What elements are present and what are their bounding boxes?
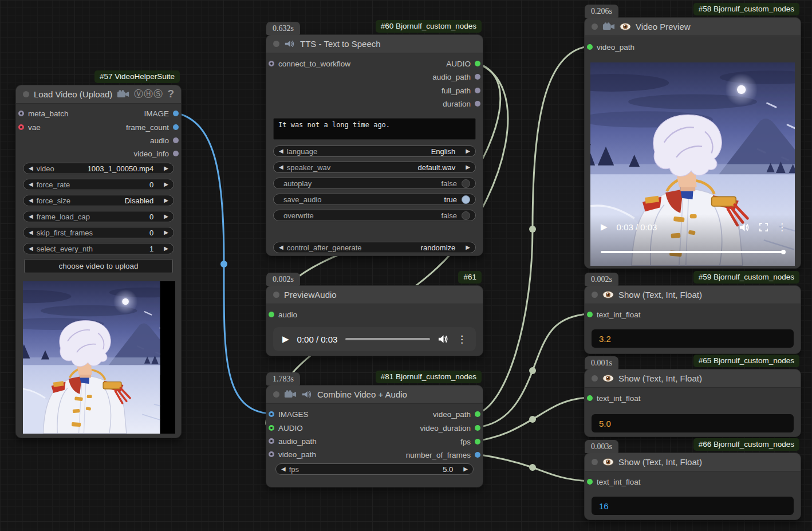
output-port-audio-path[interactable]: audio_path [432,70,480,84]
port-dot[interactable] [173,124,179,130]
fullscreen-icon[interactable] [759,223,768,231]
node-header[interactable]: Video Preview [585,18,801,36]
node-header[interactable]: Combine Video + Audio [266,386,483,404]
increment-arrow-icon[interactable]: ▶ [466,245,470,250]
increment-arrow-icon[interactable]: ▶ [164,246,168,251]
widget-force-rate[interactable]: ◀ force_rate 0 ▶ [23,179,174,190]
input-port-images[interactable]: IMAGES [269,407,309,421]
input-port-video-path[interactable]: video_path [587,40,634,54]
port-dot[interactable] [269,312,274,317]
input-port-vae[interactable]: vae [18,120,41,134]
collapse-dot[interactable] [592,23,598,30]
play-icon[interactable]: ▶ [282,335,289,344]
increment-arrow-icon[interactable]: ▶ [466,164,470,170]
node-show-fps[interactable]: 0.001s #65 Bjornulf_custom_nodes Show (T… [584,369,801,437]
output-port-duration[interactable]: duration [443,97,480,111]
increment-arrow-icon[interactable]: ▶ [466,148,470,154]
node-tts[interactable]: 0.632s #60 Bjornulf_custom_nodes TTS - T… [266,34,483,256]
node-header[interactable]: Show (Text, Int, Float) [585,286,801,304]
seek-knob[interactable] [781,250,786,254]
node-header[interactable]: Load Video (Upload) ⓋⒽⓈ ? [16,85,181,104]
node-video-preview[interactable]: 0.206s #58 Bjornulf_custom_nodes Video P… [584,17,801,269]
increment-arrow-icon[interactable]: ▶ [164,230,168,235]
decrement-arrow-icon[interactable]: ◀ [29,182,33,187]
collapse-dot[interactable] [592,459,598,465]
port-dot[interactable] [173,137,179,143]
port-dot[interactable] [18,111,24,116]
node-show-frames[interactable]: 0.003s #66 Bjornulf_custom_nodes Show (T… [584,453,801,520]
node-header[interactable]: PreviewAudio [266,286,483,304]
output-port-video-info[interactable]: video_info [133,147,179,160]
kebab-menu-icon[interactable]: ⋮ [457,335,467,344]
video-player[interactable]: ▶ 0:03 / 0:03 ⋮ [590,62,795,266]
port-dot[interactable] [18,124,24,130]
input-port-text-int-float[interactable]: text_int_float [587,391,641,405]
increment-arrow-icon[interactable]: ▶ [463,466,468,472]
widget-fps[interactable]: ◀ fps 5.0 ▶ [275,463,474,475]
output-port-fps[interactable]: fps [460,435,480,449]
port-dot[interactable] [475,88,480,93]
output-port-number-of-frames[interactable]: number_of_frames [406,448,480,462]
kebab-menu-icon[interactable]: ⋮ [777,222,787,232]
widget-control-after-generate[interactable]: ◀ control_after_generate randomize ▶ [273,242,476,253]
port-dot[interactable] [475,425,480,431]
input-port-audio-path[interactable]: audio_path [269,434,317,448]
node-graph-canvas[interactable]: #57 VideoHelperSuite Load Video (Upload)… [0,0,812,531]
decrement-arrow-icon[interactable]: ◀ [29,166,33,171]
decrement-arrow-icon[interactable]: ◀ [29,214,33,219]
widget-autoplay-toggle[interactable]: autoplay false [273,178,476,189]
widget-save-audio-toggle[interactable]: save_audio true [273,194,476,205]
collapse-dot[interactable] [273,391,279,398]
port-dot[interactable] [587,44,593,50]
port-dot[interactable] [269,451,274,457]
decrement-arrow-icon[interactable]: ◀ [279,164,283,170]
port-dot[interactable] [269,438,274,444]
collapse-dot[interactable] [273,41,279,47]
decrement-arrow-icon[interactable]: ◀ [29,230,33,235]
widget-force-size[interactable]: ◀ force_size Disabled ▶ [23,195,174,206]
toggle-knob[interactable] [462,211,470,220]
widget-speaker-wav[interactable]: ◀ speaker_wav default.wav ▶ [273,162,476,173]
node-header[interactable]: TTS - Text to Speech [266,35,483,53]
output-port-audio[interactable]: audio [150,133,179,147]
output-port-video-path[interactable]: video_path [433,407,480,421]
port-dot[interactable] [475,61,480,66]
output-port-video-duration[interactable]: video_duration [420,421,480,435]
increment-arrow-icon[interactable]: ▶ [164,166,168,171]
node-preview-audio[interactable]: 0.002s #61 PreviewAudio audio ▶ 0:00 / 0… [266,285,483,356]
port-dot[interactable] [269,61,274,66]
port-dot[interactable] [475,101,480,107]
decrement-arrow-icon[interactable]: ◀ [29,198,33,203]
play-icon[interactable]: ▶ [601,223,608,231]
widget-skip-first-frames[interactable]: ◀ skip_first_frames 0 ▶ [23,227,174,238]
decrement-arrow-icon[interactable]: ◀ [29,246,33,251]
port-dot[interactable] [173,151,179,156]
output-port-image[interactable]: IMAGE [144,107,179,120]
decrement-arrow-icon[interactable]: ◀ [279,148,283,154]
volume-icon[interactable] [438,335,449,344]
volume-icon[interactable] [739,223,750,232]
port-dot[interactable] [475,411,480,417]
input-port-meta-batch[interactable]: meta_batch [18,107,69,120]
port-dot[interactable] [587,312,593,317]
collapse-dot[interactable] [273,292,279,298]
node-header[interactable]: Show (Text, Int, Float) [585,369,801,388]
port-dot[interactable] [173,111,179,116]
increment-arrow-icon[interactable]: ▶ [164,182,168,187]
tts-text-input[interactable]: It was not a long time ago. [273,118,476,140]
toggle-knob[interactable] [462,195,470,204]
video-controls-bar[interactable]: ▶ 0:03 / 0:03 ⋮ [590,214,795,266]
widget-frame-load-cap[interactable]: ◀ frame_load_cap 0 ▶ [23,211,174,222]
port-dot[interactable] [269,411,274,417]
collapse-dot[interactable] [23,91,29,97]
port-dot[interactable] [269,425,274,431]
input-port-audio[interactable]: AUDIO [269,421,303,435]
node-combine-video-audio[interactable]: 1.783s #81 Bjornulf_custom_nodes Combine… [266,385,483,487]
audio-player[interactable]: ▶ 0:00 / 0:03 ⋮ [273,327,476,351]
output-port-audio[interactable]: AUDIO [446,57,480,70]
output-port-full-path[interactable]: full_path [442,84,480,97]
collapse-dot[interactable] [592,375,598,381]
video-seek-bar[interactable] [601,251,785,253]
seek-bar[interactable] [345,338,430,340]
input-port-text-int-float[interactable]: text_int_float [587,308,641,321]
